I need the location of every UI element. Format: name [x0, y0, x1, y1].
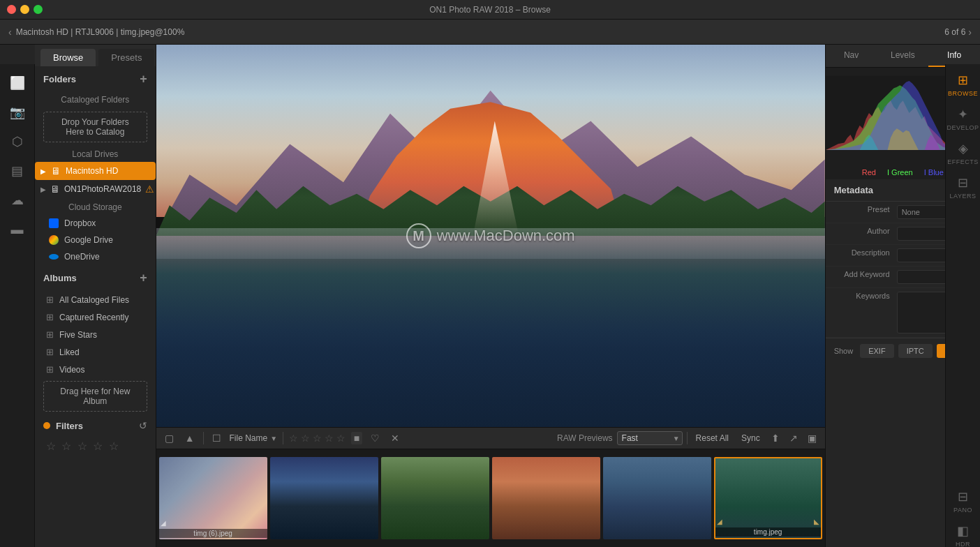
drop-folders-hint[interactable]: Drop Your Folders Here to Catalog — [43, 112, 147, 142]
albums-label: Albums — [43, 273, 77, 283]
drag-album-hint[interactable]: Drag Here for New Album — [43, 381, 147, 412]
chevron-icon: ▶ — [40, 167, 46, 175]
lake-reflection — [156, 236, 825, 427]
film-thumb-3[interactable] — [381, 457, 489, 539]
cloud-onedrive[interactable]: OneDrive — [35, 248, 156, 265]
filmstrip-icon[interactable]: ▬ — [4, 216, 31, 243]
reject-icon[interactable]: ✕ — [388, 431, 402, 445]
filmstrip: timg (6).jpeg ◢ timg.jpeg ◢ ◣ — [156, 449, 825, 547]
strip-effects[interactable]: ◈ EFFECTS — [946, 135, 980, 170]
raw-preview-label: RAW Previews — [557, 433, 613, 443]
back-button[interactable]: ‹ — [8, 27, 12, 38]
album-five-stars[interactable]: ⊞ Five Stars — [35, 326, 156, 343]
album-captured-recently[interactable]: ⊞ Captured Recently — [35, 308, 156, 326]
breadcrumb: ‹ Macintosh HD | RTJL9006 | timg.jpeg@10… — [8, 27, 184, 38]
filter-stars: ☆ ☆ ☆ ☆ ☆ — [35, 437, 156, 456]
export-icon[interactable]: ↗ — [787, 431, 801, 445]
film-thumb-5[interactable] — [603, 457, 711, 539]
forward-button[interactable]: › — [968, 27, 972, 38]
flag-icon[interactable]: ■ — [351, 432, 362, 444]
album-name: All Cataloged Files — [59, 295, 129, 305]
hdr-label: HDR — [956, 541, 970, 547]
grid-icon[interactable]: ▣ — [805, 431, 819, 445]
breadcrumb-bar: ‹ Macintosh HD | RTJL9006 | timg.jpeg@10… — [0, 20, 980, 45]
onedrive-icon — [49, 254, 59, 260]
album-all-cataloged[interactable]: ⊞ All Cataloged Files — [35, 291, 156, 308]
main-container: ⬜ 📷 ⬡ ▤ ☁ ▬ Browse Presets Folders + Cat… — [0, 45, 980, 547]
mountain-scene: M www.MacDown.com — [156, 45, 825, 427]
cloud-icon[interactable]: ☁ — [4, 187, 31, 213]
strip-layers[interactable]: ⊟ LAYERS — [946, 170, 980, 204]
raw-quality-select[interactable]: Fast High Quality — [617, 431, 683, 445]
album-liked[interactable]: ⊞ Liked — [35, 343, 156, 361]
thumb-corner-left-icon: ◢ — [717, 518, 722, 525]
left-icon-strip: ⬜ 📷 ⬡ ▤ ☁ ▬ — [0, 64, 35, 547]
strip-hdr[interactable]: ◧ HDR — [946, 518, 980, 547]
preset-label: Preset — [834, 205, 897, 213]
thumb-image-2 — [270, 457, 378, 539]
preview-image: M www.MacDown.com — [156, 45, 825, 427]
maximize-button[interactable] — [34, 5, 43, 14]
monitor-icon[interactable]: ⬜ — [4, 70, 31, 96]
author-label: Author — [834, 227, 897, 235]
tab-levels[interactable]: Levels — [877, 45, 928, 67]
cloud-dropbox[interactable]: Dropbox — [35, 215, 156, 232]
breadcrumb-path: Macintosh HD | RTJL9006 | timg.jpeg@100% — [16, 27, 185, 37]
filters-reset-button[interactable]: ↺ — [139, 420, 147, 431]
drive-name-macintosh: Macintosh HD — [66, 166, 150, 176]
watermark-logo: M — [406, 223, 431, 248]
drive-macintosh-hd[interactable]: ▶ 🖥 Macintosh HD — [35, 162, 156, 180]
album-name: Five Stars — [59, 330, 97, 340]
hdr-icon: ◧ — [957, 523, 969, 539]
dropbox-label: Dropbox — [64, 218, 96, 228]
upload-icon[interactable]: ▲ — [182, 431, 198, 445]
sync-button[interactable]: Sync — [737, 432, 764, 444]
cloud-google-drive[interactable]: Google Drive — [35, 232, 156, 248]
tab-nav[interactable]: Nav — [826, 45, 877, 67]
sidebar-content: Folders + Cataloged Folders Drop Your Fo… — [35, 66, 156, 547]
show-iptc-button[interactable]: IPTC — [898, 344, 933, 358]
thumb-label-6: timg.jpeg — [715, 527, 821, 537]
watermark: M www.MacDown.com — [406, 223, 575, 248]
checkbox-icon[interactable]: ☐ — [209, 431, 224, 445]
film-thumb-6[interactable]: timg.jpeg ◢ ◣ — [714, 457, 822, 539]
cataloged-label: Cataloged Folders — [35, 92, 156, 109]
add-album-button[interactable]: + — [140, 271, 147, 285]
reset-all-button[interactable]: Reset All — [692, 432, 733, 444]
minimize-button[interactable] — [20, 5, 29, 14]
add-folder-button[interactable]: + — [140, 72, 147, 87]
warning-icon: ⚠ — [145, 183, 154, 195]
album-videos[interactable]: ⊞ Videos — [35, 361, 156, 378]
film-thumb-1[interactable]: timg (6).jpeg ◢ — [159, 457, 267, 539]
square-icon[interactable]: ▢ — [162, 431, 177, 445]
close-button[interactable] — [7, 5, 16, 14]
share-icon[interactable]: ⬆ — [769, 431, 782, 445]
strip-develop[interactable]: ✦ DEVELOP — [946, 101, 980, 135]
effects-icon: ◈ — [958, 141, 968, 156]
layers-icon[interactable]: ⬡ — [4, 128, 31, 155]
tab-bar: Browse Presets — [35, 45, 156, 66]
rating-stars[interactable]: ☆ ☆ ☆ ☆ ☆ — [289, 433, 346, 444]
chevron-icon: ▶ — [40, 186, 46, 193]
show-exif-button[interactable]: EXIF — [860, 344, 893, 358]
drive-on1photoraw[interactable]: ▶ 🖥 ON1PhotoRAW2018 ⚠ — [35, 180, 156, 198]
filename-selector[interactable]: File Name ▼ — [230, 433, 278, 443]
thumb-image-5 — [603, 457, 711, 539]
raw-quality-dropdown[interactable]: Fast High Quality ▼ — [617, 431, 683, 445]
strip-pano[interactable]: ⊟ PANO — [946, 484, 980, 518]
stack-icon[interactable]: ▤ — [4, 158, 31, 184]
hist-blue-label: I Blue — [924, 168, 944, 177]
tab-browse[interactable]: Browse — [40, 49, 96, 66]
strip-browse[interactable]: ⊞ BROWSE — [946, 67, 980, 101]
camera-icon[interactable]: 📷 — [4, 99, 31, 126]
show-label: Show — [834, 347, 854, 355]
film-thumb-4[interactable] — [492, 457, 600, 539]
keywords-label: Keywords — [834, 292, 897, 300]
heart-icon[interactable]: ♡ — [368, 431, 383, 445]
thumb-image-4 — [492, 457, 600, 539]
tab-presets[interactable]: Presets — [98, 49, 154, 66]
film-thumb-2[interactable] — [270, 457, 378, 539]
thumb-image-1 — [159, 457, 267, 539]
albums-section-header: Albums + — [35, 265, 156, 291]
thumb-corner-left: ◢ — [161, 519, 166, 527]
